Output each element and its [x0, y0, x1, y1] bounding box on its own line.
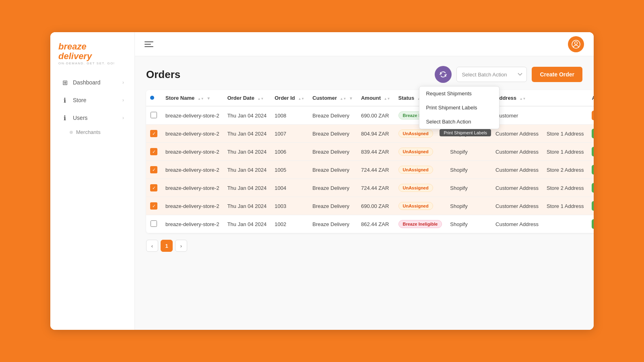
request-shipment-button[interactable]: Request Shipment	[592, 111, 594, 120]
logo-area: breaze delivery ON-DEMAND. GET SET. GO!	[50, 39, 134, 74]
batch-action-select[interactable]: Select Batch Action Request Shipments Pr…	[456, 67, 527, 82]
table-row: ✓breaze-delivery-store-2Thu Jan 04 20241…	[146, 197, 594, 215]
cell-amount: 690.00 ZAR	[357, 197, 394, 215]
sort-icon-id: ▲▼	[298, 97, 304, 101]
row-checkbox-checked[interactable]: ✓	[150, 184, 157, 191]
dropdown-item-request[interactable]: Request Shipments	[419, 86, 499, 101]
brand-name-1: breaze	[58, 42, 126, 51]
refresh-button[interactable]	[435, 66, 452, 83]
sidebar-item-label-store: Store	[73, 97, 86, 103]
col-address2	[543, 90, 588, 106]
chevron-right-icon-users: ›	[122, 115, 124, 121]
filter-icon-customer[interactable]: ▼	[349, 96, 353, 101]
page-body: Orders Select Batch Action Request Shipm…	[135, 56, 594, 330]
row-checkbox-cell	[146, 215, 161, 233]
sidebar-sub-item-merchants[interactable]: Merchants	[50, 127, 134, 138]
row-checkbox[interactable]	[151, 112, 157, 118]
row-checkbox[interactable]	[151, 220, 157, 227]
row-checkbox-checked[interactable]: ✓	[150, 130, 157, 137]
cell-order-date: Thu Jan 04 2024	[223, 197, 271, 215]
create-order-button[interactable]: Create Order	[532, 67, 582, 82]
cell-address2: Store 2 Address	[543, 179, 588, 197]
view-button[interactable]: View	[592, 165, 594, 175]
col-customer: Customer ▲▼ ▼	[308, 90, 357, 106]
cell-address: Customer Address	[491, 197, 543, 215]
status-badge: Breaze Ineligible	[398, 220, 442, 228]
avatar[interactable]	[568, 36, 584, 52]
view-button[interactable]: View	[592, 129, 594, 138]
row-checkbox-cell: ✓	[146, 161, 161, 179]
orders-table: Store Name ▲▼ ▼ Order Date ▲▼ Order Id ▲…	[146, 90, 594, 233]
table-row: breaze-delivery-store-2Thu Jan 04 202410…	[146, 215, 594, 233]
next-page-button[interactable]: ›	[175, 240, 187, 252]
page-1-button[interactable]: 1	[161, 240, 173, 252]
cell-action: View	[588, 215, 594, 233]
cell-customer: Breaze Delivery	[308, 215, 357, 233]
cell-action: View	[588, 197, 594, 215]
cell-order-id: 1006	[270, 143, 308, 161]
sidebar-item-users[interactable]: ℹ Users ›	[54, 110, 131, 126]
sort-icon-date: ▲▼	[257, 97, 264, 101]
cell-order-date: Thu Jan 04 2024	[223, 143, 271, 161]
view-button[interactable]: View	[592, 147, 594, 156]
view-button[interactable]: View	[592, 219, 594, 229]
table-row: ✓breaze-delivery-store-2Thu Jan 04 20241…	[146, 125, 594, 143]
status-badge: UnAssigned	[398, 184, 433, 192]
dashboard-icon: ⊞	[61, 78, 69, 86]
cell-address2	[543, 106, 588, 125]
row-checkbox-cell: ✓	[146, 143, 161, 161]
row-checkbox-cell	[146, 106, 161, 125]
cell-store-name: breaze-delivery-store-2	[161, 143, 223, 161]
batch-tooltip: Print Shipment Labels	[440, 129, 491, 136]
row-checkbox-cell: ✓	[146, 125, 161, 143]
cell-customer: Breaze Delivery	[308, 125, 357, 143]
sort-icon-address: ▲▼	[520, 97, 526, 101]
cell-address: Customer Address	[491, 143, 543, 161]
cell-order-id: 1008	[270, 106, 308, 125]
cell-address: Customer Address	[491, 179, 543, 197]
view-button[interactable]: View	[592, 201, 594, 211]
sidebar-item-dashboard[interactable]: ⊞ Dashboard ›	[54, 74, 131, 90]
cell-action: View	[588, 143, 594, 161]
cell-order-date: Thu Jan 04 2024	[223, 161, 271, 179]
table-row: breaze-delivery-store-2Thu Jan 04 202410…	[146, 106, 594, 125]
col-action: Action	[588, 90, 594, 106]
view-button[interactable]: View	[592, 183, 594, 193]
batch-action-dropdown: Request Shipments Print Shipment Labels …	[419, 86, 500, 129]
dropdown-item-select[interactable]: Select Batch Action Print Shipment Label…	[419, 115, 499, 129]
cell-store-name: breaze-delivery-store-2	[161, 125, 223, 143]
cell-action: View	[588, 161, 594, 179]
row-checkbox-checked[interactable]: ✓	[150, 166, 157, 173]
cell-address2: Store 1 Address	[543, 143, 588, 161]
cell-address2	[543, 215, 588, 233]
dropdown-item-print[interactable]: Print Shipment Labels	[419, 101, 499, 115]
sidebar-item-label-dashboard: Dashboard	[73, 79, 101, 86]
col-amount: Amount ▲▼	[357, 90, 394, 106]
cell-amount: 804.94 ZAR	[357, 125, 394, 143]
cell-order-date: Thu Jan 04 2024	[223, 179, 271, 197]
prev-page-button[interactable]: ‹	[146, 240, 158, 252]
cell-store-name: breaze-delivery-store-2	[161, 106, 223, 125]
status-badge: UnAssigned	[398, 148, 433, 156]
content-area: Orders Select Batch Action Request Shipm…	[135, 32, 594, 330]
row-checkbox-checked[interactable]: ✓	[150, 202, 157, 210]
sidebar-item-store[interactable]: ℹ Store ›	[54, 92, 131, 108]
cell-amount: 839.44 ZAR	[357, 143, 394, 161]
table-row: ✓breaze-delivery-store-2Thu Jan 04 20241…	[146, 143, 594, 161]
row-checkbox-cell: ✓	[146, 179, 161, 197]
cell-address: Customer Address	[491, 161, 543, 179]
cell-customer: Breaze Delivery	[308, 143, 357, 161]
hamburger-menu[interactable]	[144, 41, 153, 47]
cell-platform: Shopify	[446, 143, 491, 161]
cell-status: UnAssigned	[394, 179, 446, 197]
cell-order-date: Thu Jan 04 2024	[223, 125, 271, 143]
col-order-id: Order Id ▲▼	[270, 90, 308, 106]
cell-address: Customer Address	[491, 215, 543, 233]
cell-customer: Breaze Delivery	[308, 161, 357, 179]
table-header-row: Store Name ▲▼ ▼ Order Date ▲▼ Order Id ▲…	[146, 90, 594, 106]
cell-platform: Shopify	[446, 161, 491, 179]
cell-store-name: breaze-delivery-store-2	[161, 179, 223, 197]
row-checkbox-checked[interactable]: ✓	[150, 148, 157, 155]
cell-order-date: Thu Jan 04 2024	[223, 106, 271, 125]
filter-icon-store[interactable]: ▼	[206, 96, 211, 101]
